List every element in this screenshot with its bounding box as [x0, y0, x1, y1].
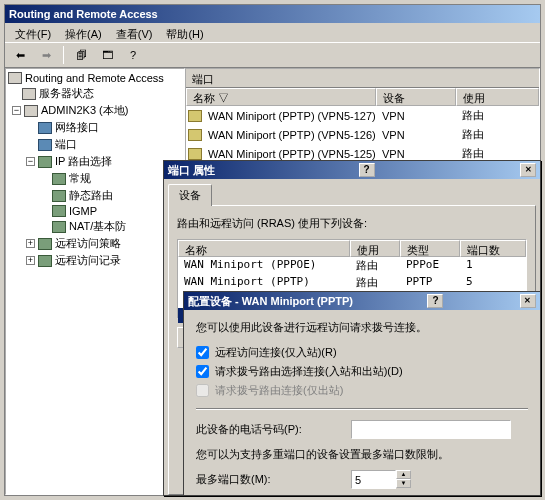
collapse-icon[interactable]: −: [12, 106, 21, 115]
list-title: 端口: [186, 69, 539, 88]
menu-file[interactable]: 文件(F): [9, 25, 57, 40]
device-columns: 名称 使用 类型 端口数: [178, 240, 526, 257]
toolbar-sep: [63, 46, 64, 64]
dev-col-type[interactable]: 类型: [400, 240, 460, 257]
tree-root[interactable]: Routing and Remote Access: [8, 71, 182, 85]
menu-help[interactable]: 帮助(H): [160, 25, 209, 40]
remote-access-checkbox[interactable]: [196, 346, 209, 359]
dlg1-titlebar[interactable]: 端口 属性 ? ✕: [164, 161, 540, 179]
tree-pane[interactable]: Routing and Remote Access 服务器状态 −ADMIN2K…: [5, 68, 185, 495]
tree-net-iface[interactable]: 网络接口: [8, 119, 182, 136]
port-icon: [188, 148, 202, 160]
demand-dial-checkbox[interactable]: [196, 365, 209, 378]
col-name[interactable]: 名称 ▽: [186, 88, 376, 106]
port-icon: [188, 129, 202, 141]
tab-strip: 设备: [164, 179, 540, 205]
dlg2-title: 配置设备 - WAN Miniport (PPTP): [188, 294, 353, 309]
tree-static[interactable]: 静态路由: [8, 187, 182, 204]
dlg1-title: 端口 属性: [168, 163, 215, 178]
ports-icon: [38, 139, 52, 151]
menu-bar: 文件(F) 操作(A) 查看(V) 帮助(H): [5, 23, 540, 42]
console-icon: [8, 72, 22, 84]
device-intro-label: 路由和远程访问 (RRAS) 使用下列设备:: [177, 216, 527, 231]
dev-col-name[interactable]: 名称: [178, 240, 350, 257]
tree-nat[interactable]: NAT/基本防: [8, 218, 182, 235]
device-row[interactable]: WAN Miniport (PPTP)路由PPTP5: [178, 274, 526, 291]
tree-server-status[interactable]: 服务器状态: [8, 85, 182, 102]
phone-input[interactable]: [351, 420, 511, 439]
tab-device[interactable]: 设备: [168, 184, 212, 206]
help-icon[interactable]: ?: [122, 45, 144, 65]
server-icon: [22, 88, 36, 100]
list-row[interactable]: WAN Miniport (PPTP) (VPN5-127)VPN路由: [186, 106, 539, 125]
general-icon: [52, 173, 66, 185]
device-row[interactable]: WAN Miniport (PPPOE)路由PPPoE1: [178, 257, 526, 274]
phone-label: 此设备的电话号码(P):: [196, 422, 351, 437]
remote-access-checkbox-row[interactable]: 远程访问连接(仅入站)(R): [196, 345, 528, 360]
properties-icon[interactable]: 🗔: [96, 45, 118, 65]
max-port-row: 最多端口数(M): ▲ ▼: [196, 470, 528, 489]
help-button[interactable]: ?: [427, 294, 443, 308]
list-columns: 名称 ▽ 设备 使用: [186, 88, 539, 106]
spin-up-icon[interactable]: ▲: [396, 470, 411, 479]
max-port-input[interactable]: [351, 470, 396, 489]
app-title: Routing and Remote Access: [9, 8, 158, 20]
routing-icon: [38, 156, 52, 168]
outbound-only-checkbox-row: 请求拨号路由连接(仅出站): [196, 383, 528, 398]
toolbar: ⬅ ➡ 🗐 🗔 ?: [5, 42, 540, 68]
col-use[interactable]: 使用: [456, 88, 539, 106]
expand-icon[interactable]: +: [26, 256, 35, 265]
forward-button: ➡: [35, 45, 57, 65]
log-icon: [38, 255, 52, 267]
tree-general[interactable]: 常规: [8, 170, 182, 187]
expand-icon[interactable]: +: [26, 239, 35, 248]
policy-icon: [38, 238, 52, 250]
tree-ip-routing[interactable]: −IP 路由选择: [8, 153, 182, 170]
max-port-spinner[interactable]: ▲ ▼: [351, 470, 411, 489]
demand-dial-checkbox-row[interactable]: 请求拨号路由选择连接(入站和出站)(D): [196, 364, 528, 379]
intro-text: 您可以使用此设备进行远程访问请求拨号连接。: [196, 320, 528, 335]
list-row[interactable]: WAN Miniport (PPTP) (VPN5-126)VPN路由: [186, 125, 539, 144]
phone-row: 此设备的电话号码(P):: [196, 420, 528, 439]
main-titlebar: Routing and Remote Access: [5, 5, 540, 23]
help-button[interactable]: ?: [359, 163, 375, 177]
net-icon: [38, 122, 52, 134]
col-device[interactable]: 设备: [376, 88, 456, 106]
collapse-icon[interactable]: −: [26, 157, 35, 166]
menu-action[interactable]: 操作(A): [59, 25, 108, 40]
tree-policy[interactable]: +远程访问策略: [8, 235, 182, 252]
port-icon: [188, 110, 202, 122]
dlg2-body: 您可以使用此设备进行远程访问请求拨号连接。 远程访问连接(仅入站)(R) 请求拨…: [184, 310, 540, 500]
dev-col-ports[interactable]: 端口数: [460, 240, 526, 257]
back-button[interactable]: ⬅: [9, 45, 31, 65]
igmp-icon: [52, 205, 66, 217]
static-icon: [52, 190, 66, 202]
close-button[interactable]: ✕: [520, 294, 536, 308]
tree-log[interactable]: +远程访问记录: [8, 252, 182, 269]
separator: [196, 408, 528, 410]
dev-col-use[interactable]: 使用: [350, 240, 400, 257]
outbound-only-checkbox: [196, 384, 209, 397]
dlg2-titlebar[interactable]: 配置设备 - WAN Miniport (PPTP) ? ✕: [184, 292, 540, 310]
max-port-label: 最多端口数(M):: [196, 472, 351, 487]
spin-down-icon[interactable]: ▼: [396, 479, 411, 488]
nat-icon: [52, 221, 66, 233]
configure-device-dialog: 配置设备 - WAN Miniport (PPTP) ? ✕ 您可以使用此设备进…: [183, 291, 541, 496]
tree-igmp[interactable]: IGMP: [8, 204, 182, 218]
tree-admin[interactable]: −ADMIN2K3 (本地): [8, 102, 182, 119]
refresh-icon[interactable]: 🗐: [70, 45, 92, 65]
max-port-desc: 您可以为支持多重端口的设备设置最多端口数限制。: [196, 447, 528, 462]
menu-view[interactable]: 查看(V): [110, 25, 159, 40]
server-icon: [24, 105, 38, 117]
tree-ports[interactable]: 端口: [8, 136, 182, 153]
close-button[interactable]: ✕: [520, 163, 536, 177]
